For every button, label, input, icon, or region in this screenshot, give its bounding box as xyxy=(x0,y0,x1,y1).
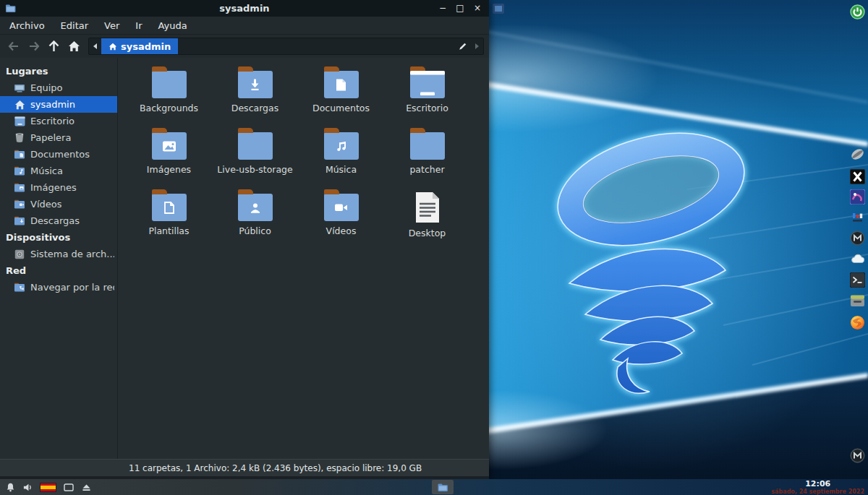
file-label: Imágenes xyxy=(147,164,191,175)
folder-music-icon xyxy=(14,166,25,176)
sidebar-item-browse-network[interactable]: Navegar por la red xyxy=(0,279,117,296)
folder-icon xyxy=(410,132,445,160)
home-button[interactable] xyxy=(66,38,82,55)
file-item-escritorio[interactable]: Escritorio xyxy=(384,64,470,125)
folder-downloads-icon xyxy=(238,71,273,98)
trash-icon xyxy=(14,132,25,143)
file-item-plantillas[interactable]: Plantillas xyxy=(126,186,212,248)
edit-path-button[interactable] xyxy=(455,41,471,51)
sidebar-item-escritorio[interactable]: Escritorio xyxy=(0,113,117,129)
notifications-icon[interactable] xyxy=(5,482,16,493)
maximize-button[interactable]: □ xyxy=(455,0,465,17)
file-item-publico[interactable]: Público xyxy=(212,186,298,248)
sidebar-item-documentos[interactable]: Documentos xyxy=(0,146,117,163)
folder-public-icon xyxy=(238,194,273,221)
sidebar-item-imagenes[interactable]: Imágenes xyxy=(0,179,117,196)
clock-time: 12:06 xyxy=(771,480,864,488)
forward-button[interactable] xyxy=(25,38,42,55)
menu-editar[interactable]: Editar xyxy=(53,20,97,31)
firefox-icon[interactable] xyxy=(850,315,865,330)
sidebar-item-sysadmin[interactable]: sysadmin xyxy=(0,96,117,113)
close-button[interactable]: × xyxy=(472,0,482,17)
settings-app-icon[interactable] xyxy=(850,211,865,226)
path-segment-label: sysadmin xyxy=(121,41,171,52)
sphere-icon[interactable] xyxy=(850,147,865,162)
sidebar-header-network: Red xyxy=(0,262,117,279)
sidebar-header-devices: Dispositivos xyxy=(0,229,117,246)
sidebar-item-musica[interactable]: Música xyxy=(0,163,117,179)
cloud-icon[interactable] xyxy=(850,251,865,267)
terminal-icon[interactable] xyxy=(850,272,865,288)
clock-date: sábado, 24 septiembre 2022 xyxy=(771,489,864,495)
folder-downloads-icon xyxy=(14,216,25,225)
toolbar: sysadmin xyxy=(0,35,489,58)
sidebar: Lugares Equipo sysadmin Escritorio Papel… xyxy=(0,58,118,459)
file-label: Público xyxy=(239,225,271,236)
window-controls: − □ × xyxy=(438,0,482,17)
m-app-icon[interactable] xyxy=(850,231,865,246)
clock[interactable]: 12:06 sábado, 24 septiembre 2022 xyxy=(771,480,864,495)
file-item-imagenes[interactable]: Imágenes xyxy=(126,125,212,186)
file-label: Escritorio xyxy=(406,103,448,113)
sidebar-item-videos[interactable]: Vídeos xyxy=(0,196,117,212)
folder-music-icon xyxy=(324,132,359,160)
m-app-icon-2[interactable] xyxy=(850,448,865,463)
xterm-icon[interactable] xyxy=(850,169,865,184)
file-label: patcher xyxy=(409,164,444,175)
menubar: Archivo Editar Ver Ir Ayuda xyxy=(0,17,489,35)
volume-icon[interactable] xyxy=(22,482,33,493)
file-item-patcher[interactable]: patcher xyxy=(384,125,470,186)
pencil-icon xyxy=(458,41,468,51)
file-label: Música xyxy=(326,164,357,175)
logout-icon[interactable] xyxy=(850,4,865,20)
menu-ir[interactable]: Ir xyxy=(127,20,150,31)
folder-images-icon xyxy=(14,183,25,192)
file-manager-icon xyxy=(437,483,448,492)
file-item-videos[interactable]: Vídeos xyxy=(298,186,384,248)
sidebar-item-equipo[interactable]: Equipo xyxy=(0,79,117,96)
file-item-desktop-file[interactable]: Desktop xyxy=(384,186,470,248)
file-label: Desktop xyxy=(409,228,446,238)
file-label: Plantillas xyxy=(148,225,189,236)
desktop-icons-column xyxy=(850,0,867,495)
desktop-icon xyxy=(14,116,25,126)
file-label: Documentos xyxy=(312,103,370,113)
path-scroll-left-icon[interactable] xyxy=(93,43,97,49)
folder-videos-icon xyxy=(14,199,25,209)
file-item-descargas[interactable]: Descargas xyxy=(212,64,298,125)
folder-icon xyxy=(152,71,187,98)
path-segment-button[interactable]: sysadmin xyxy=(101,38,178,54)
menu-ayuda[interactable]: Ayuda xyxy=(150,20,195,31)
path-scroll-right-icon[interactable] xyxy=(475,43,479,49)
minimize-button[interactable]: − xyxy=(438,0,448,17)
file-label: Descargas xyxy=(231,103,278,113)
taskbar-window-button[interactable] xyxy=(432,480,454,494)
file-item-documentos[interactable]: Documentos xyxy=(298,64,384,125)
back-button[interactable] xyxy=(5,38,22,55)
up-button[interactable] xyxy=(46,38,62,55)
sidebar-item-descargas[interactable]: Descargas xyxy=(0,212,117,229)
sidebar-item-papelera[interactable]: Papelera xyxy=(0,129,117,146)
path-bar[interactable]: sysadmin xyxy=(88,38,484,55)
eject-icon[interactable] xyxy=(81,482,92,493)
menu-ver[interactable]: Ver xyxy=(96,20,127,31)
file-item-live-usb-storage[interactable]: Live-usb-storage xyxy=(212,125,298,186)
keyboard-layout-flag-spain[interactable] xyxy=(40,483,56,492)
display-icon[interactable] xyxy=(63,482,75,493)
file-label: Live-usb-storage xyxy=(217,164,292,175)
file-item-musica[interactable]: Música xyxy=(298,125,384,186)
folder-documents-icon xyxy=(324,71,359,98)
folder-icon xyxy=(238,132,273,160)
paint-app-icon[interactable] xyxy=(850,189,865,205)
home-icon xyxy=(109,43,117,51)
folder-documents-icon xyxy=(14,150,25,159)
file-label: Backgrounds xyxy=(140,103,198,113)
menu-archivo[interactable]: Archivo xyxy=(1,20,53,31)
file-label: Vídeos xyxy=(326,225,357,236)
sidebar-item-filesystem[interactable]: Sistema de arch... xyxy=(0,246,117,262)
shortcut-icon[interactable] xyxy=(493,4,504,14)
system-tray xyxy=(0,482,92,493)
file-item-backgrounds[interactable]: Backgrounds xyxy=(126,64,212,125)
titlebar[interactable]: sysadmin − □ × xyxy=(0,0,489,17)
archive-icon[interactable] xyxy=(850,293,865,308)
